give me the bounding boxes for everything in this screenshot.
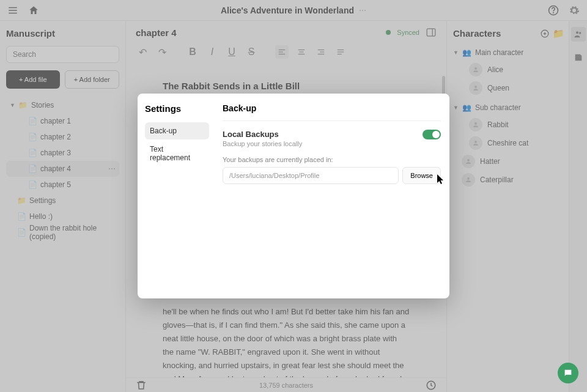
modal-nav-text-replacement[interactable]: Text replacement — [145, 141, 209, 166]
local-backups-desc: Backup your stories locally — [223, 140, 302, 147]
chat-fab[interactable] — [558, 363, 578, 383]
modal-title: Settings — [145, 103, 209, 114]
browse-button[interactable]: Browse — [402, 167, 441, 184]
backup-path-input[interactable] — [223, 167, 399, 184]
modal-overlay[interactable]: Settings Back-up Text replacement Back-u… — [0, 0, 587, 392]
divider — [223, 120, 441, 121]
modal-nav-backup[interactable]: Back-up — [145, 122, 209, 139]
modal-panel-title: Back-up — [223, 103, 441, 113]
local-backups-toggle[interactable] — [423, 130, 441, 139]
local-backups-label: Local Backups — [223, 130, 302, 139]
backup-location-note: Your backups are currently placed in: — [223, 156, 441, 163]
settings-modal: Settings Back-up Text replacement Back-u… — [138, 94, 449, 298]
